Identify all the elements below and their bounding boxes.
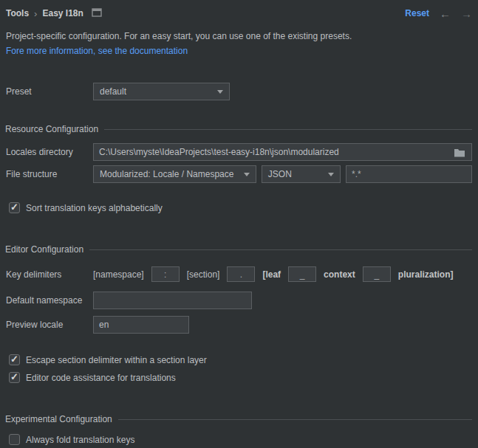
settings-header: Tools › Easy I18n Reset ← → xyxy=(6,4,472,22)
preview-locale-row: Preview locale xyxy=(6,316,472,334)
section-title: Resource Configuration xyxy=(5,124,98,134)
section-delimiter-input[interactable] xyxy=(227,266,255,282)
file-structure-select[interactable]: Modularized: Locale / Namespace xyxy=(93,165,256,183)
edit-source-icon[interactable] xyxy=(92,8,102,19)
section-title: Editor Configuration xyxy=(5,244,83,255)
file-pattern-input[interactable] xyxy=(346,165,472,183)
checkbox-box[interactable] xyxy=(9,372,20,383)
preset-row: Preset default xyxy=(6,83,472,100)
folder-browse-button[interactable] xyxy=(452,148,467,157)
default-namespace-label: Default namespace xyxy=(6,295,93,306)
leaf-delimiter-input[interactable] xyxy=(288,266,316,282)
file-structure-row: File structure Modularized: Locale / Nam… xyxy=(6,165,472,183)
locales-directory-row: Locales directory xyxy=(6,143,472,161)
description-text: Project-specific configuration. For an e… xyxy=(6,31,472,41)
section-resource-configuration: Resource Configuration xyxy=(5,124,472,134)
file-format-select[interactable]: JSON xyxy=(262,165,341,183)
checkbox-box[interactable] xyxy=(9,434,20,445)
breadcrumb-tools[interactable]: Tools xyxy=(6,8,29,18)
file-format-select-value: JSON xyxy=(268,169,292,179)
breadcrumb: Tools › Easy I18n xyxy=(6,8,102,19)
checkbox-box[interactable] xyxy=(9,202,20,213)
key-delimiters-label: Key delimiters xyxy=(6,269,93,280)
section-divider xyxy=(89,249,472,250)
file-structure-select-value: Modularized: Locale / Namespace xyxy=(100,169,233,179)
checkbox-label: Always fold translation keys xyxy=(26,435,134,445)
locales-directory-field[interactable] xyxy=(93,143,472,161)
settings-page: Tools › Easy I18n Reset ← → Project-spec… xyxy=(0,0,478,445)
default-namespace-input[interactable] xyxy=(93,292,252,309)
back-arrow-icon[interactable]: ← xyxy=(440,8,451,19)
locales-directory-label: Locales directory xyxy=(6,147,93,157)
documentation-link[interactable]: Fore more information, see the documenta… xyxy=(6,46,472,56)
namespace-text: [namespace] xyxy=(93,269,144,280)
context-delimiter-input[interactable] xyxy=(363,266,391,282)
key-delimiters-row: Key delimiters [namespace] [section] [le… xyxy=(6,266,472,282)
chevron-down-icon xyxy=(244,173,250,176)
chevron-down-icon xyxy=(217,90,223,94)
chevron-down-icon xyxy=(328,173,334,176)
section-title: Experimental Configuration xyxy=(5,414,112,424)
locales-directory-input[interactable] xyxy=(94,144,452,160)
context-text: context xyxy=(324,269,355,280)
preview-locale-input[interactable] xyxy=(93,316,189,334)
leaf-text: [leaf xyxy=(262,269,281,280)
breadcrumb-separator-icon: › xyxy=(34,8,37,19)
fold-keys-checkbox[interactable]: Always fold translation keys xyxy=(9,434,472,445)
checkbox-box[interactable] xyxy=(9,354,20,365)
namespace-delimiter-input[interactable] xyxy=(151,266,180,282)
reset-button[interactable]: Reset xyxy=(405,8,429,18)
section-text: [section] xyxy=(187,269,220,280)
preview-locale-label: Preview locale xyxy=(6,320,93,330)
code-assistance-checkbox[interactable]: Editor code assistance for translations xyxy=(9,372,472,383)
preset-select-value: default xyxy=(100,86,126,97)
escape-section-checkbox[interactable]: Escape section delimiter within a sectio… xyxy=(9,354,472,365)
section-editor-configuration: Editor Configuration xyxy=(5,244,472,255)
section-experimental-configuration: Experimental Configuration xyxy=(5,414,472,424)
forward-arrow-icon[interactable]: → xyxy=(461,8,472,19)
checkbox-label: Editor code assistance for translations xyxy=(26,373,176,383)
default-namespace-row: Default namespace xyxy=(6,292,472,309)
section-divider xyxy=(118,419,472,420)
preset-select[interactable]: default xyxy=(93,83,230,100)
section-divider xyxy=(104,129,472,130)
file-structure-label: File structure xyxy=(6,169,93,179)
folder-icon xyxy=(454,148,465,157)
checkbox-label: Sort translation keys alphabetically xyxy=(26,203,163,213)
sort-keys-checkbox[interactable]: Sort translation keys alphabetically xyxy=(9,202,472,213)
checkbox-label: Escape section delimiter within a sectio… xyxy=(26,355,207,365)
preset-label: Preset xyxy=(6,86,93,97)
pluralization-text: pluralization] xyxy=(398,269,454,280)
breadcrumb-easy-i18n: Easy I18n xyxy=(42,8,83,18)
header-actions: Reset ← → xyxy=(405,8,472,19)
